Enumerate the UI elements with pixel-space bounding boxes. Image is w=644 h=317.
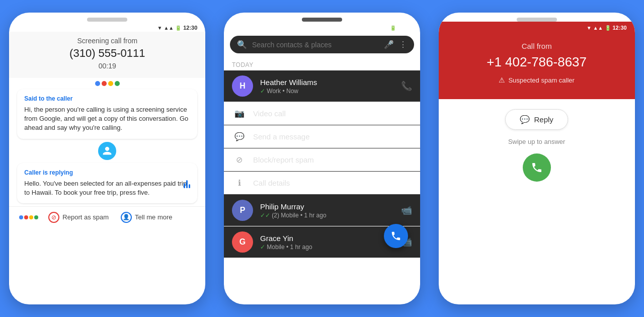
said-to-caller-bubble: Said to the caller Hi, the person you're… — [17, 89, 197, 139]
caller-text: Hello. You've been selected for an all-e… — [24, 179, 190, 197]
caller-label: Caller is replying — [24, 169, 190, 176]
said-text: Hi, the person you're calling is using a… — [24, 105, 190, 133]
reply-label: Reply — [534, 115, 553, 124]
contact-item-heather[interactable]: H Heather Williams ✓ Work • Now 📞 — [224, 70, 420, 102]
screening-title: Screening call from — [19, 37, 195, 45]
section-today: TODAY — [224, 57, 420, 70]
philip-name: Philip Murray — [260, 202, 401, 211]
spam-number: +1 402-786-8637 — [449, 54, 625, 70]
report-icon: ⊘ — [48, 212, 59, 223]
grace-sub: ✓ Mobile • 1 hr ago — [260, 244, 401, 251]
message-icon: 💬 — [234, 132, 245, 141]
reply-button[interactable]: 💬 Reply — [505, 109, 568, 130]
phone-1-screen: Screening call from (310) 555-0111 00:19… — [9, 32, 205, 228]
phone-3-frame: ▼ ▲▲ 🔋 12:30 Call from +1 402-786-8637 ⚠… — [439, 13, 635, 304]
phone-2-frame: ▼ ▲▲ 🔋 12:30 🔍 🎤 ⋮ TODAY H Heather Willi… — [224, 13, 420, 304]
dot-yellow — [108, 81, 113, 86]
search-input[interactable] — [252, 41, 379, 49]
status-time-3: 12:30 — [613, 25, 627, 31]
menu-call-details[interactable]: ℹ Call details — [224, 172, 420, 195]
phone-1-container: ▼ ▲▲ 🔋 12:30 Screening call from (310) 5… — [9, 13, 205, 304]
caller-replying-bubble: Caller is replying Hello. You've been se… — [17, 163, 197, 203]
screening-number: (310) 555-0111 — [19, 47, 195, 60]
heather-name: Heather Williams — [260, 78, 401, 87]
spam-warning-text: Suspected spam caller — [508, 76, 575, 84]
signal-icons-1: ▼ ▲▲ 🔋 — [157, 25, 181, 31]
dot-blue — [95, 81, 100, 86]
search-icon: 🔍 — [237, 40, 247, 49]
spam-actions: 💬 Reply Swipe up to answer — [439, 99, 635, 197]
bottom-actions: ⊘ Report as spam 👤 Tell me more — [9, 206, 205, 228]
dot-green — [115, 81, 120, 86]
signal-icons-3: ▼ ▲▲ 🔋 — [587, 25, 611, 31]
battery-icon-2: 🔋 — [390, 25, 396, 31]
menu-block-spam[interactable]: ⊘ Block/report spam — [224, 148, 420, 172]
dot-red — [102, 81, 107, 86]
video-call-label: Video call — [253, 109, 286, 118]
more-icon[interactable]: ⋮ — [399, 40, 407, 49]
warning-icon: ⚠ — [499, 76, 505, 84]
heather-avatar: H — [232, 75, 253, 97]
heather-sub: ✓ Work • Now — [260, 88, 401, 95]
phone-3-screen: Call from +1 402-786-8637 ⚠ Suspected sp… — [439, 32, 635, 197]
google-logo — [9, 81, 205, 86]
video-icon-philip[interactable]: 📹 — [401, 205, 412, 216]
tell-more-icon: 👤 — [121, 212, 132, 223]
grace-name: Grace Yin — [260, 234, 401, 243]
spam-header: Call from +1 402-786-8637 ⚠ Suspected sp… — [439, 32, 635, 99]
mic-icon[interactable]: 🎤 — [384, 40, 394, 49]
status-bar-2: ▼ ▲▲ 🔋 12:30 — [224, 22, 420, 32]
tell-more-label: Tell me more — [135, 213, 172, 221]
signal-icon: ▲▲ — [164, 25, 174, 31]
audio-wave-icon — [184, 178, 190, 188]
signal-icons-2: ▼ ▲▲ 🔋 — [372, 25, 396, 31]
swipe-hint: Swipe up to answer — [508, 138, 565, 145]
phone-notch-1 — [87, 18, 127, 22]
philip-info: Philip Murray ✓✓ (2) Mobile • 1 hr ago — [260, 202, 401, 219]
call-from-label: Call from — [449, 42, 625, 50]
status-bar-1: ▼ ▲▲ 🔋 12:30 — [9, 22, 205, 32]
wifi-icon-3: ▼ — [587, 25, 592, 31]
phone-2-container: ▼ ▲▲ 🔋 12:30 🔍 🎤 ⋮ TODAY H Heather Willi… — [224, 13, 420, 304]
signal-icon-2: ▲▲ — [378, 25, 388, 31]
heather-info: Heather Williams ✓ Work • Now — [260, 78, 401, 95]
status-time-2: 12:30 — [398, 25, 412, 31]
report-spam-button[interactable]: ⊘ Report as spam — [48, 212, 109, 223]
philip-sub: ✓✓ (2) Mobile • 1 hr ago — [260, 212, 401, 219]
screening-header: Screening call from (310) 555-0111 00:19 — [9, 32, 205, 78]
fab-button[interactable] — [384, 224, 408, 248]
phone-2-screen: 🔍 🎤 ⋮ TODAY H Heather Williams ✓ Work • … — [224, 32, 420, 258]
status-time-1: 12:30 — [183, 25, 197, 31]
screening-timer: 00:19 — [19, 62, 195, 70]
video-call-icon: 📷 — [234, 109, 245, 118]
send-message-label: Send a message — [253, 132, 310, 141]
info-icon: ℹ — [234, 178, 245, 188]
block-spam-label: Block/report spam — [253, 155, 314, 164]
menu-send-message[interactable]: 💬 Send a message — [224, 125, 420, 148]
grace-info: Grace Yin ✓ Mobile • 1 hr ago — [260, 234, 401, 251]
signal-icon-3: ▲▲ — [593, 25, 603, 31]
caller-avatar — [98, 142, 116, 160]
spam-warning: ⚠ Suspected spam caller — [449, 76, 625, 84]
battery-icon-3: 🔋 — [605, 25, 611, 31]
phone-notch-3 — [517, 18, 557, 22]
report-spam-label: Report as spam — [62, 213, 109, 221]
call-icon-heather[interactable]: 📞 — [401, 81, 412, 92]
tell-more-button[interactable]: 👤 Tell me more — [121, 212, 172, 223]
wifi-icon-2: ▼ — [372, 25, 377, 31]
wifi-icon: ▼ — [157, 25, 162, 31]
battery-icon: 🔋 — [175, 25, 181, 31]
answer-button[interactable] — [523, 153, 551, 182]
phone-3-container: ▼ ▲▲ 🔋 12:30 Call from +1 402-786-8637 ⚠… — [439, 13, 635, 304]
block-icon: ⊘ — [234, 155, 245, 165]
search-bar[interactable]: 🔍 🎤 ⋮ — [230, 36, 414, 53]
menu-video-call[interactable]: 📷 Video call — [224, 102, 420, 125]
contact-item-philip[interactable]: P Philip Murray ✓✓ (2) Mobile • 1 hr ago… — [224, 195, 420, 226]
assistant-icon — [19, 215, 38, 219]
grace-avatar: G — [232, 231, 253, 253]
call-details-label: Call details — [253, 179, 290, 187]
reply-icon: 💬 — [520, 115, 530, 124]
status-bar-3: ▼ ▲▲ 🔋 12:30 — [439, 22, 635, 32]
phone-notch-2 — [302, 18, 342, 22]
phone-1-frame: ▼ ▲▲ 🔋 12:30 Screening call from (310) 5… — [9, 13, 205, 304]
